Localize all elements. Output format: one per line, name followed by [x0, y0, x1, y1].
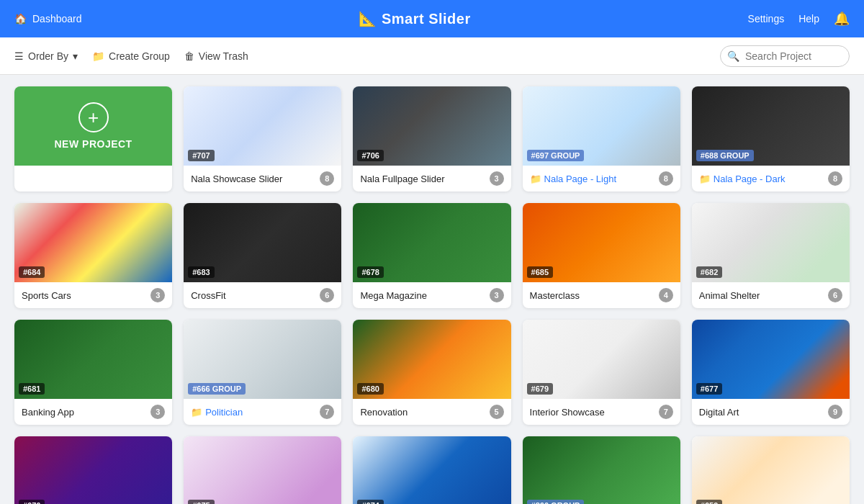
badge-659: #659	[696, 500, 722, 504]
badge-666: #666 GROUP	[188, 383, 246, 395]
project-card-707[interactable]: #707 Nala Showcase Slider 8	[184, 86, 341, 192]
card-footer-707: Nala Showcase Slider 8	[184, 166, 341, 192]
card-count-681: 3	[150, 405, 165, 419]
home-icon: 🏠	[14, 13, 27, 24]
card-title-678: Mega Magazine	[360, 290, 489, 301]
order-by-button[interactable]: ☰ Order By ▾	[14, 50, 78, 62]
folder-icon: 📁	[699, 174, 711, 184]
card-footer-678: Mega Magazine 3	[353, 282, 510, 308]
card-title-682: Animal Shelter	[699, 290, 828, 301]
card-title-679: Interior Showcase	[530, 407, 659, 418]
project-card-681[interactable]: #681 Banking App 3	[14, 320, 172, 425]
project-card-706[interactable]: #706 Nala Fullpage Slider 3	[353, 86, 510, 192]
badge-688: #688 GROUP	[696, 150, 754, 161]
card-thumb-674: #674	[353, 436, 510, 504]
trash-icon: 🗑	[184, 50, 194, 62]
card-title-680: Renovation	[360, 407, 489, 418]
card-footer-685: Masterclass 4	[523, 282, 680, 308]
badge-679: #679	[527, 383, 553, 395]
project-card-678[interactable]: #678 Mega Magazine 3	[353, 203, 510, 308]
card-thumb-697: #697 GROUP	[523, 86, 680, 166]
order-icon: ☰	[14, 50, 24, 62]
card-count-685: 4	[659, 288, 673, 302]
project-card-684[interactable]: #684 Sports Cars 3	[14, 203, 172, 308]
badge-680: #680	[357, 383, 383, 395]
project-card-688[interactable]: #688 GROUP 📁Nala Page - Dark 8	[692, 86, 850, 192]
card-count-680: 5	[490, 405, 504, 419]
card-footer-677: Digital Art 9	[692, 399, 850, 425]
card-thumb-677: #677	[692, 320, 850, 399]
toolbar: ☰ Order By ▾ 📁 Create Group 🗑 View Trash…	[0, 37, 864, 75]
notification-bell-icon[interactable]: 🔔	[834, 11, 850, 27]
search-icon: 🔍	[727, 50, 739, 62]
card-count-707: 8	[320, 171, 334, 186]
card-footer-681: Banking App 3	[14, 399, 172, 425]
folder-plus-icon: 📁	[92, 50, 104, 62]
view-trash-button[interactable]: 🗑 View Trash	[184, 50, 248, 62]
project-card-679[interactable]: #679 Interior Showcase 7	[523, 320, 680, 425]
card-title-688: Nala Page - Dark	[714, 174, 828, 184]
folder-icon: 📁	[530, 174, 541, 184]
project-card-685[interactable]: #685 Masterclass 4	[523, 203, 680, 308]
card-title-697: Nala Page - Light	[544, 174, 659, 184]
badge-685: #685	[527, 266, 553, 278]
badge-682: #682	[696, 266, 722, 278]
new-project-card[interactable]: + NEW PROJECT	[14, 86, 172, 192]
badge-684: #684	[19, 266, 45, 278]
card-title-681: Banking App	[22, 407, 150, 418]
new-project-thumb: + NEW PROJECT	[14, 86, 172, 166]
card-thumb-683: #683	[184, 203, 341, 282]
project-card-666[interactable]: #666 GROUP 📁Politician 7	[184, 320, 341, 425]
search-input[interactable]	[720, 45, 850, 67]
plus-circle-icon: +	[78, 102, 109, 132]
badge-706: #706	[357, 150, 383, 161]
badge-683: #683	[188, 266, 214, 278]
card-title-677: Digital Art	[699, 407, 828, 418]
card-thumb-659: #659	[692, 436, 850, 504]
project-card-677[interactable]: #677 Digital Art 9	[692, 320, 850, 425]
header: 🏠 Dashboard 📐 Smart Slider Settings Help…	[0, 0, 864, 37]
project-card-674[interactable]: #674 SEO Services 5	[353, 436, 510, 504]
logo-text: Smart Slider	[382, 11, 471, 27]
settings-link[interactable]: Settings	[748, 13, 785, 24]
card-count-678: 3	[490, 288, 504, 302]
folder-icon: 📁	[191, 407, 202, 418]
badge-681: #681	[19, 383, 45, 395]
project-card-675[interactable]: #675 Abstract 3	[184, 436, 341, 504]
card-thumb-707: #707	[184, 86, 341, 166]
badge-678: #678	[357, 266, 383, 278]
create-group-button[interactable]: 📁 Create Group	[92, 50, 170, 62]
card-count-688: 8	[828, 171, 842, 186]
badge-674: #674	[357, 500, 383, 504]
project-card-860[interactable]: #860 GROUP 📁Energy 6	[523, 436, 680, 504]
card-count-679: 7	[659, 405, 673, 419]
card-footer-680: Renovation 5	[353, 399, 510, 425]
project-card-659[interactable]: #659 Car Rental 4	[692, 436, 850, 504]
card-thumb-681: #681	[14, 320, 172, 399]
toolbar-left: ☰ Order By ▾ 📁 Create Group 🗑 View Trash	[14, 50, 248, 62]
project-card-697[interactable]: #697 GROUP 📁Nala Page - Light 8	[523, 86, 680, 192]
view-trash-label: View Trash	[199, 50, 248, 62]
card-footer-666: 📁Politician 7	[184, 399, 341, 425]
card-thumb-676: #676	[14, 436, 172, 504]
help-link[interactable]: Help	[798, 13, 819, 24]
card-count-677: 9	[828, 405, 842, 419]
card-thumb-706: #706	[353, 86, 510, 166]
badge-677: #677	[696, 383, 722, 395]
project-card-683[interactable]: #683 CrossFit 6	[184, 203, 341, 308]
project-card-682[interactable]: #682 Animal Shelter 6	[692, 203, 850, 308]
dashboard-link[interactable]: Dashboard	[32, 13, 82, 24]
card-footer-679: Interior Showcase 7	[523, 399, 680, 425]
project-card-676[interactable]: #676 Virtual Conference 4	[14, 436, 172, 504]
project-card-680[interactable]: #680 Renovation 5	[353, 320, 510, 425]
card-thumb-685: #685	[523, 203, 680, 282]
new-project-label: NEW PROJECT	[55, 138, 132, 150]
card-count-683: 6	[320, 288, 334, 302]
card-thumb-666: #666 GROUP	[184, 320, 341, 399]
badge-697: #697 GROUP	[527, 150, 585, 161]
header-left: 🏠 Dashboard	[14, 13, 82, 24]
card-thumb-679: #679	[523, 320, 680, 399]
card-thumb-675: #675	[184, 436, 341, 504]
card-footer-688: 📁Nala Page - Dark 8	[692, 166, 850, 192]
card-footer-682: Animal Shelter 6	[692, 282, 850, 308]
